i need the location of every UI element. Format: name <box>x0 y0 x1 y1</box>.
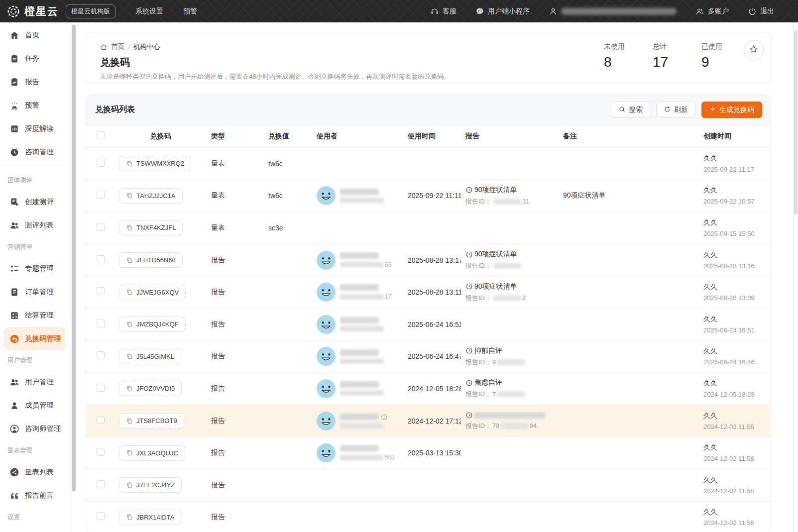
sidebar-item-用户管理[interactable]: 用户管理 <box>4 370 66 394</box>
report-name-redacted <box>474 412 545 419</box>
refresh-button[interactable]: 刷新 <box>656 102 695 118</box>
row-checkbox[interactable] <box>97 255 105 263</box>
nav-link-system-settings[interactable]: 系统设置 <box>135 7 163 16</box>
table-row[interactable]: JLHTD56N68 报告 65 <box>86 244 770 276</box>
headset-icon <box>430 7 439 16</box>
row-checkbox[interactable] <box>97 384 105 392</box>
column-header: 备注 <box>559 132 699 141</box>
redeem-code-pill[interactable]: JLHTD56N68 <box>119 252 183 268</box>
row-checkbox[interactable] <box>97 351 105 359</box>
sidebar-item-首页[interactable]: 首页 <box>4 23 66 47</box>
sidebar-section-label: 用户管理 <box>0 350 70 370</box>
sidebar-item-任务[interactable]: 任务 <box>4 47 66 70</box>
sidebar-item-报告[interactable]: 报告 <box>4 70 66 94</box>
sidebar-item-label: 专题管理 <box>25 264 54 273</box>
type-cell: 报告 <box>207 481 264 490</box>
table-row[interactable]: JFOZ0VVDI5 报告 <box>86 372 770 405</box>
redeem-code-pill[interactable]: TNXF4KZJFL <box>119 220 183 235</box>
multi-account-button[interactable]: 多账户 <box>695 7 729 16</box>
sidebar-item-兑换码管理[interactable]: 兑换码管理 <box>4 327 66 350</box>
page-scrollbar-thumb[interactable] <box>794 30 798 214</box>
redeem-code-pill[interactable]: JJWEJG6XQV <box>119 285 186 300</box>
sidebar-item-测评列表[interactable]: 测评列表 <box>4 213 66 237</box>
sidebar-item-结算管理[interactable]: 结算管理 <box>4 304 66 327</box>
redeem-code-pill[interactable]: TAHZJ2JC1A <box>119 188 183 204</box>
redeem-code-pill[interactable]: JFOZ0VVDI5 <box>119 381 182 396</box>
generate-code-button[interactable]: 生成兑换码 <box>701 102 762 118</box>
row-checkbox[interactable] <box>97 287 105 295</box>
table-row[interactable]: JMZBQJ4KQF 报告 <box>86 308 770 340</box>
column-header: 报告 <box>461 132 559 141</box>
redeem-code-pill[interactable]: JTS8FCBOT9 <box>119 413 184 428</box>
info-icon[interactable] <box>381 414 388 421</box>
page-scrollbar[interactable] <box>793 22 798 532</box>
row-checkbox[interactable] <box>97 512 105 520</box>
table-row[interactable]: JJWEJG6XQV 报告 17 <box>86 276 770 308</box>
sidebar-item-咨询师管理[interactable]: 咨询师管理 <box>4 417 66 440</box>
row-checkbox[interactable] <box>97 480 105 488</box>
sidebar-item-咨询管理[interactable]: 咨询管理 <box>4 140 66 164</box>
table-row[interactable]: JXL3AOQUJC 报告 553 <box>86 436 770 469</box>
redeem-code-pill[interactable]: J7FE2CJ4YZ <box>119 477 182 493</box>
sidebar-item-预警[interactable]: 预警 <box>4 94 66 117</box>
nav-link-alerts[interactable]: 预警 <box>183 7 197 16</box>
sidebar-item-深度解读[interactable]: 深度解读 <box>4 117 66 140</box>
row-checkbox[interactable] <box>97 319 105 327</box>
sidebar-item-专题管理[interactable]: 专题管理 <box>4 257 66 280</box>
row-checkbox[interactable] <box>97 223 105 231</box>
redeem-code-pill[interactable]: TSWWMXXRQ2 <box>119 156 191 171</box>
user-suffix: 553 <box>385 454 395 461</box>
redeem-code-pill[interactable]: JBRX14IDTA <box>119 510 181 525</box>
user-suffix: 17 <box>385 293 391 300</box>
row-checkbox[interactable] <box>97 191 105 199</box>
row-checkbox[interactable] <box>97 416 105 424</box>
redeem-code-pill[interactable]: JMZBQJ4KQF <box>119 317 186 332</box>
code-text: TAHZJ2JC1A <box>136 192 176 200</box>
sidebar-item-订单管理[interactable]: 订单管理 <box>4 280 66 304</box>
account-menu[interactable] <box>549 7 677 16</box>
table-row[interactable]: JTS8FCBOT9 报告 <box>86 405 770 437</box>
code-text: JBRX14IDTA <box>136 514 174 521</box>
redeem-code-pill[interactable]: JXL3AOQUJC <box>119 445 185 461</box>
table-row[interactable]: TSWWMXXRQ2 量表 tw6c 久久 2025-09-22 11:17 <box>86 147 770 180</box>
sidebar-scrollbar[interactable] <box>72 25 76 491</box>
sidebar-item-量表列表[interactable]: 量表列表 <box>4 460 66 484</box>
created-cell: 久久 2025-09-22 11:17 <box>699 154 770 173</box>
user-avatar <box>317 443 336 462</box>
user-name-redacted <box>340 381 379 388</box>
sidebar-item-创建测评[interactable]: 创建测评 <box>4 190 66 213</box>
logout-button[interactable]: 退出 <box>748 7 774 16</box>
report-name[interactable]: 90项症状清单 <box>474 250 517 259</box>
sidebar-item-成员管理[interactable]: 成员管理 <box>4 394 66 417</box>
report-name[interactable]: 90项症状清单 <box>474 282 517 291</box>
sidebar-item-系统设置[interactable]: 系统设置 <box>4 527 66 532</box>
table-row[interactable]: JBRX14IDTA 报告 久久 2024-12-02 11:58 <box>86 501 770 532</box>
type-cell: 报告 <box>207 448 264 457</box>
share-icon <box>9 467 19 477</box>
report-name[interactable]: 90项症状清单 <box>474 186 517 195</box>
table-row[interactable]: TNXF4KZJFL 量表 sc3e 久久 2025-09-15 15:50 <box>86 212 770 244</box>
table-row[interactable]: TAHZJ2JC1A 量表 tw6c <box>86 180 770 212</box>
report-name[interactable]: 焦虑自评 <box>474 378 502 387</box>
search-button[interactable]: 搜索 <box>611 102 650 118</box>
table-row[interactable]: J7FE2CJ4YZ 报告 久久 2024-12-02 11:58 <box>86 469 770 501</box>
stat-total: 总计 17 <box>653 42 679 70</box>
miniapp-button[interactable]: 用户端小程序 <box>475 7 530 16</box>
created-cell: 久久 2025-09-15 15:50 <box>699 218 770 237</box>
copy-icon <box>126 449 133 456</box>
code-text: J7FE2CJ4YZ <box>136 481 175 489</box>
user-cell <box>312 347 403 366</box>
home-icon <box>100 43 108 51</box>
select-all-checkbox[interactable] <box>97 131 105 139</box>
row-checkbox[interactable] <box>97 159 105 167</box>
favorite-button[interactable] <box>744 40 764 60</box>
table-row[interactable]: J5L45GIMKL 报告 <box>86 340 770 373</box>
code-text: J5L45GIMKL <box>136 353 174 360</box>
report-name[interactable]: 抑郁自评 <box>474 346 502 355</box>
quote-icon <box>9 491 19 501</box>
sidebar-item-报告前言[interactable]: 报告前言 <box>4 484 66 507</box>
breadcrumb-home[interactable]: 首页 <box>111 42 124 51</box>
redeem-code-pill[interactable]: J5L45GIMKL <box>119 349 181 364</box>
customer-service-button[interactable]: 客服 <box>430 7 456 16</box>
row-checkbox[interactable] <box>97 448 105 456</box>
